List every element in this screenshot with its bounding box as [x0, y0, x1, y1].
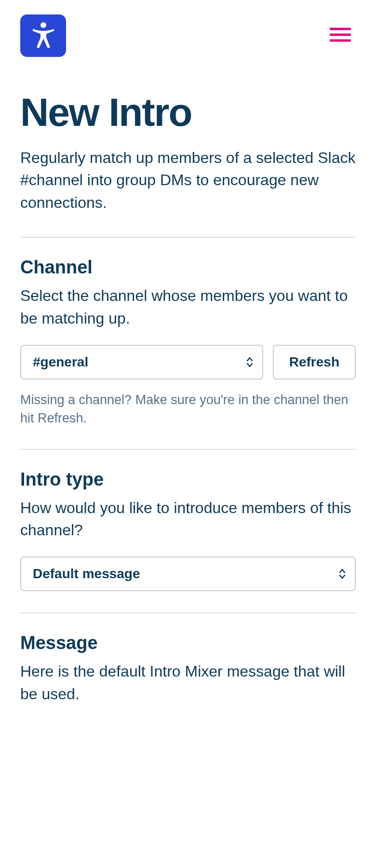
- message-section-description: Here is the default Intro Mixer message …: [20, 660, 356, 705]
- svg-point-0: [40, 22, 46, 28]
- intro-type-section-description: How would you like to introduce members …: [20, 497, 356, 542]
- intro-type-section: Intro type How would you like to introdu…: [20, 450, 356, 613]
- app-logo[interactable]: [20, 14, 66, 57]
- channel-select[interactable]: #general: [20, 345, 263, 380]
- page-description: Regularly match up members of a selected…: [20, 147, 356, 214]
- message-section-title: Message: [20, 633, 356, 653]
- refresh-button[interactable]: Refresh: [273, 345, 356, 380]
- channel-section-title: Channel: [20, 257, 356, 278]
- channel-hint: Missing a channel? Make sure you're in t…: [20, 391, 356, 428]
- menu-button[interactable]: [329, 24, 352, 47]
- intro-type-section-title: Intro type: [20, 469, 356, 490]
- hamburger-icon: [330, 27, 351, 44]
- header: [0, 0, 376, 67]
- channel-section: Channel Select the channel whose members…: [20, 238, 356, 448]
- page-title: New Intro: [20, 90, 356, 135]
- channel-section-description: Select the channel whose members you wan…: [20, 285, 356, 329]
- message-section: Message Here is the default Intro Mixer …: [20, 613, 356, 742]
- accessibility-icon: [29, 20, 58, 51]
- intro-type-select[interactable]: Default message: [20, 556, 356, 591]
